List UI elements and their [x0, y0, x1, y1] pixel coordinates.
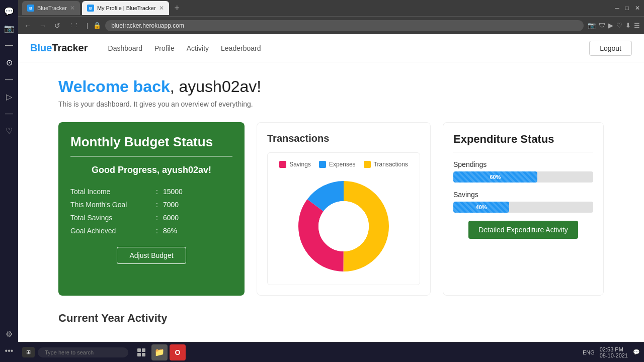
- savings-label: Total Savings: [70, 214, 151, 222]
- bookmark-icon[interactable]: ♡: [616, 22, 622, 29]
- transactions-card: Transactions Savings Expenses: [257, 122, 431, 296]
- taskbar-search-input[interactable]: [38, 347, 128, 357]
- camera-icon[interactable]: 📷: [588, 22, 596, 29]
- spendings-progress-wrap: 60%: [453, 171, 593, 183]
- expenditure-title: Expenditure Status: [453, 133, 593, 152]
- income-label: Total Income: [70, 188, 151, 196]
- goal-value: 7000: [163, 201, 179, 209]
- back-button[interactable]: ←: [22, 21, 33, 31]
- window-controls: ─ □ ✕: [615, 5, 640, 12]
- budget-greeting: Good Progress, ayush02av!: [70, 165, 232, 175]
- tab-close-1[interactable]: ✕: [70, 5, 75, 12]
- nav-dashboard[interactable]: Dashboard: [108, 44, 143, 52]
- svg-point-3: [318, 201, 369, 251]
- svg-rect-7: [142, 353, 145, 356]
- sidebar: 💬 📷 — ⊙ — ▷ — ♡ ⚙ •••: [0, 0, 18, 362]
- tab-bluetracker[interactable]: B BlueTracker ✕: [22, 1, 80, 15]
- legend-expenses: Expenses: [319, 161, 356, 168]
- sidebar-icon-divider: —: [2, 38, 16, 52]
- sidebar-icon-arrow[interactable]: ▷: [2, 89, 16, 104]
- savings-progress-wrap: 40%: [453, 202, 593, 213]
- maximize-button[interactable]: □: [625, 5, 629, 12]
- tab-close-2[interactable]: ✕: [159, 5, 164, 12]
- browser-chrome: B BlueTracker ✕ B My Profile | BlueTrack…: [18, 0, 644, 34]
- nav-profile[interactable]: Profile: [154, 44, 175, 52]
- tab-label-1: BlueTracker: [37, 5, 67, 11]
- legend-label-expenses: Expenses: [329, 161, 356, 168]
- taskbar-right: ENG 02:53 PM 08-10-2021 💬: [583, 346, 640, 358]
- start-icon: ⊞: [26, 349, 31, 355]
- brand-blue: Blue: [30, 42, 52, 53]
- address-input[interactable]: [105, 20, 584, 31]
- forward-button[interactable]: →: [37, 21, 48, 31]
- main-wrapper: B BlueTracker ✕ B My Profile | BlueTrack…: [18, 0, 644, 362]
- taskbar-app-files[interactable]: 📁: [151, 344, 168, 360]
- tab-favicon-2: B: [87, 5, 94, 12]
- taskview-icon: [137, 348, 146, 357]
- welcome-heading: Welcome back, ayush02av!: [58, 77, 604, 96]
- sidebar-icon-divider3: —: [2, 107, 16, 121]
- reload-button[interactable]: ↺: [52, 21, 62, 31]
- nav-leaderboard[interactable]: Leaderboard: [221, 44, 261, 52]
- address-actions: 📷 🛡 ▶ ♡ ⬇ ☰: [588, 22, 640, 29]
- app-content: BlueTracker Dashboard Profile Activity L…: [18, 34, 644, 342]
- chart-legend: Savings Expenses Transactions: [279, 161, 408, 168]
- minimize-button[interactable]: ─: [615, 5, 619, 12]
- detail-expenditure-button[interactable]: Detailed Expenditure Activity: [468, 221, 578, 239]
- expenditure-card: Expenditure Status Spendings 60% Savings…: [443, 122, 604, 296]
- opera-icon: O: [175, 348, 181, 356]
- savings-value: 6000: [163, 214, 179, 222]
- close-button[interactable]: ✕: [635, 5, 640, 12]
- spendings-progress-fill: 60%: [453, 171, 537, 183]
- tab-bar: B BlueTracker ✕ B My Profile | BlueTrack…: [18, 0, 644, 16]
- welcome-user-text: , ayush02av!: [170, 77, 261, 96]
- savings-sep: :: [156, 214, 158, 222]
- menu-icon[interactable]: ☰: [634, 22, 640, 29]
- brand-dark: Tracker: [52, 42, 88, 53]
- tab-new-button[interactable]: +: [171, 2, 183, 14]
- shield-icon[interactable]: 🛡: [599, 22, 605, 29]
- brand-link[interactable]: BlueTracker: [30, 42, 88, 54]
- tab-myprofile[interactable]: B My Profile | BlueTracker ✕: [82, 1, 169, 15]
- files-icon: 📁: [154, 347, 165, 357]
- tab-favicon-1: B: [27, 5, 34, 12]
- download-icon[interactable]: ⬇: [625, 22, 631, 29]
- home-button[interactable]: ⋮⋮: [66, 21, 82, 30]
- budget-card-title: Monthly Budget Status: [70, 134, 232, 157]
- svg-rect-5: [142, 348, 145, 352]
- start-button[interactable]: ⊞: [22, 347, 35, 357]
- address-bar: ← → ↺ ⋮⋮ | 🔒 📷 🛡 ▶ ♡ ⬇ ☰: [18, 16, 644, 34]
- sidebar-icon-chat[interactable]: 💬: [2, 4, 16, 18]
- taskbar-app-taskview[interactable]: [133, 344, 149, 360]
- nav-links: Dashboard Profile Activity Leaderboard: [108, 44, 261, 52]
- sidebar-icon-heart[interactable]: ♡: [2, 124, 16, 138]
- play-icon[interactable]: ▶: [608, 22, 613, 29]
- dashboard: Welcome back, ayush02av! This is your da…: [18, 62, 644, 342]
- taskbar-app-opera[interactable]: O: [170, 344, 186, 360]
- savings-progress-label: Savings: [453, 191, 593, 199]
- donut-chart: [293, 176, 394, 277]
- legend-transactions: Transactions: [364, 161, 408, 168]
- budget-stat-goal: This Month's Goal : 7000: [70, 201, 232, 209]
- logout-button[interactable]: Logout: [589, 41, 632, 56]
- sidebar-icon-more[interactable]: •••: [2, 344, 16, 358]
- welcome-blue-text: Welcome back: [58, 77, 170, 96]
- budget-card: Monthly Budget Status Good Progress, ayu…: [58, 122, 245, 296]
- current-year-title: Current Year Activity: [58, 312, 604, 325]
- taskbar: ⊞ 📁 O ENG 02:53 PM 08-10-: [18, 342, 644, 362]
- goal-sep: :: [156, 201, 158, 209]
- sidebar-icon-instagram[interactable]: 📷: [2, 21, 16, 35]
- sidebar-icon-settings[interactable]: ⚙: [2, 327, 16, 341]
- sidebar-icon-opera[interactable]: ⊙: [2, 55, 16, 69]
- legend-label-transactions: Transactions: [374, 161, 408, 168]
- svg-rect-4: [137, 348, 141, 352]
- notification-icon[interactable]: 💬: [633, 349, 640, 355]
- income-sep: :: [156, 188, 158, 196]
- legend-dot-savings: [279, 161, 286, 168]
- tab-label-2: My Profile | BlueTracker: [97, 5, 156, 11]
- cards-row: Monthly Budget Status Good Progress, ayu…: [58, 122, 604, 296]
- goal-label: This Month's Goal: [70, 201, 151, 209]
- nav-activity[interactable]: Activity: [187, 44, 209, 52]
- adjust-budget-button[interactable]: Adjust Budget: [117, 247, 186, 264]
- budget-stat-savings: Total Savings : 6000: [70, 214, 232, 222]
